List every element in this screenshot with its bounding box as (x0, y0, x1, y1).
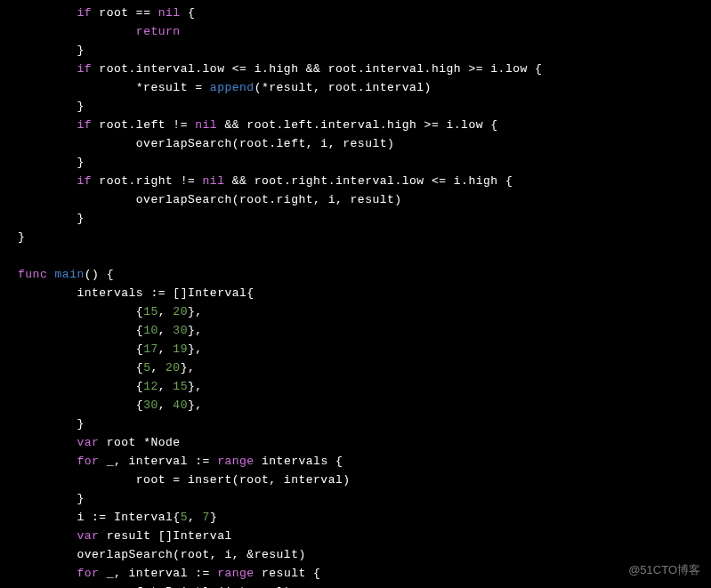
code-token: intervals := []Interval{ (18, 286, 255, 300)
code-line: var result []Interval (18, 527, 711, 545)
code-token: range (217, 455, 255, 468)
code-token: root *Node (99, 436, 180, 449)
code-token (47, 268, 54, 281)
code-token: main (55, 268, 85, 281)
code-line: i := Interval{5, 7} (18, 508, 711, 527)
code-token: (*result, root.interval) (255, 81, 432, 94)
code-token (18, 62, 77, 76)
code-line: } (18, 209, 711, 228)
code-token (18, 25, 136, 38)
code-token: } (18, 212, 85, 225)
code-token: if (77, 62, 92, 76)
code-token: 30 (143, 399, 158, 412)
code-token: nil (203, 174, 225, 188)
code-token (18, 174, 77, 188)
code-token: result { (255, 567, 321, 580)
code-token: } (18, 100, 85, 113)
code-token: } (18, 230, 25, 244)
code-line: } (18, 228, 711, 246)
code-line: return (18, 22, 711, 41)
code-token: } (18, 492, 85, 505)
code-token: root == (92, 6, 158, 20)
code-token: if (77, 174, 92, 188)
code-token: { (18, 305, 143, 318)
code-token: result []Interval (99, 529, 231, 543)
code-token: root = insert(root, interval) (18, 473, 351, 487)
code-token: , (158, 342, 174, 356)
code-token: 12 (143, 380, 158, 393)
code-line: } (18, 97, 711, 116)
code-token: , (158, 380, 174, 393)
code-token: intervals { (255, 455, 343, 468)
code-token: && root.left.interval.high >= i.low { (217, 118, 497, 132)
code-token: }, (188, 342, 203, 356)
code-line: intervals := []Interval{ (18, 284, 711, 302)
code-token: 20 (173, 305, 188, 318)
code-token: range (217, 567, 255, 580)
code-token: , (158, 399, 174, 412)
code-token (18, 436, 77, 449)
code-token: overlapSearch(root, i, &result) (18, 548, 306, 561)
code-token: { (18, 399, 143, 412)
code-line: if root == nil { (18, 4, 711, 22)
code-token: 30 (173, 324, 188, 337)
code-token: 17 (143, 342, 158, 356)
code-token: && root.right.interval.low <= i.high { (224, 174, 513, 188)
code-line: } (18, 415, 711, 433)
code-token (18, 529, 77, 543)
code-token: root.interval.low <= i.high && root.inte… (92, 62, 542, 76)
code-token: 15 (173, 380, 188, 393)
code-line: if root.left != nil && root.left.interva… (18, 116, 711, 134)
code-token: }, (188, 305, 203, 318)
code-token: { (18, 380, 143, 393)
code-line: } (18, 153, 711, 172)
code-token: { (18, 361, 143, 375)
code-line: } (18, 489, 711, 508)
code-token: } (18, 417, 85, 431)
code-token: for (77, 455, 99, 468)
code-token: }, (181, 361, 196, 375)
code-token: for (77, 567, 99, 580)
code-token: 15 (143, 305, 158, 318)
code-line: root = insert(root, interval) (18, 471, 711, 489)
code-line: for _, interval := range intervals { (18, 452, 711, 471)
code-line: fmt.Println(interval) (18, 583, 711, 588)
code-token: if (77, 6, 92, 20)
code-line: var root *Node (18, 433, 711, 452)
code-line: overlapSearch(root.left, i, result) (18, 134, 711, 153)
code-token: 10 (143, 324, 158, 337)
code-token: *result = (18, 81, 210, 94)
code-token: var (77, 529, 99, 543)
watermark-text: @51CTO博客 (628, 560, 700, 579)
code-line: {10, 30}, (18, 321, 711, 340)
code-token: } (18, 44, 85, 57)
code-token: { (18, 324, 143, 337)
code-token: nil (195, 118, 217, 132)
code-block: if root == nil { return } if root.interv… (0, 0, 711, 588)
code-token (18, 567, 77, 580)
code-line (18, 246, 711, 265)
code-token: append (210, 81, 255, 94)
code-token: _, interval := (99, 455, 217, 468)
code-line: } (18, 41, 711, 60)
code-line: *result = append(*result, root.interval) (18, 78, 711, 97)
code-token: 40 (173, 399, 188, 412)
code-line: {30, 40}, (18, 396, 711, 415)
code-token: { (181, 6, 196, 20)
code-token: () { (85, 268, 114, 281)
code-token: 7 (203, 511, 210, 524)
code-token: i := Interval{ (18, 511, 181, 524)
code-token: 5 (181, 511, 188, 524)
code-token: 20 (166, 361, 181, 375)
code-token: , (188, 511, 203, 524)
code-token: , (158, 305, 174, 318)
code-token: func (18, 268, 47, 281)
code-token (18, 118, 77, 132)
code-token: }, (188, 324, 203, 337)
code-token (18, 6, 77, 20)
code-token: } (18, 156, 85, 169)
code-token: overlapSearch(root.left, i, result) (18, 137, 394, 150)
code-token: , (158, 324, 174, 337)
code-line: func main() { (18, 265, 711, 284)
code-token: root.left != (92, 118, 195, 132)
